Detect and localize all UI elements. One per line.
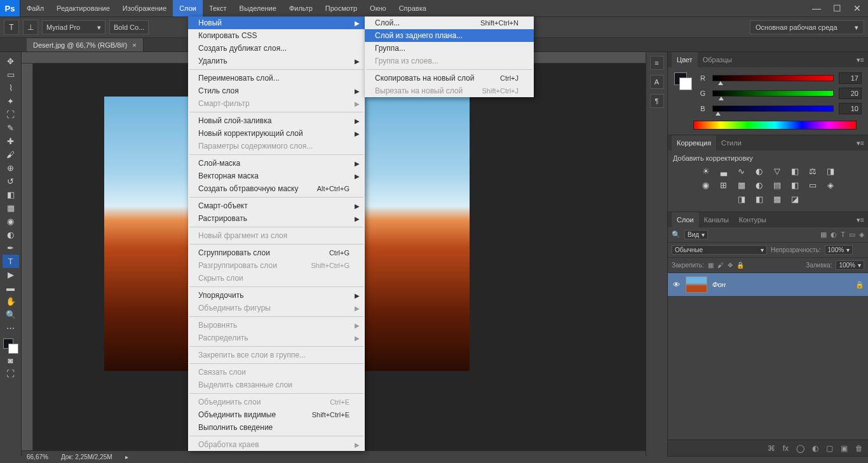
- menu-item[interactable]: Переименовать слой...: [188, 72, 365, 84]
- posterize-icon[interactable]: ▤: [771, 180, 783, 190]
- menu-item[interactable]: Группа...: [365, 42, 534, 55]
- layer-thumbnail[interactable]: [686, 276, 707, 293]
- menu-слои[interactable]: Слои: [173, 0, 203, 17]
- history-panel-icon[interactable]: ≡: [650, 56, 664, 70]
- eyedropper-tool[interactable]: ✎: [3, 121, 19, 135]
- tool-preset-icon[interactable]: T: [4, 20, 19, 35]
- layer-item[interactable]: 👁 Фон 🔒: [668, 273, 868, 296]
- filter-type-icon[interactable]: T: [841, 231, 845, 239]
- menu-item[interactable]: Выполнить сведение: [188, 421, 365, 434]
- menu-файл[interactable]: Файл: [20, 0, 50, 17]
- visibility-icon[interactable]: 👁: [672, 281, 681, 288]
- invert-icon[interactable]: ◐: [754, 180, 765, 190]
- menu-текст[interactable]: Текст: [203, 0, 233, 17]
- gradient-tool[interactable]: ▦: [3, 201, 19, 215]
- character-panel-icon[interactable]: A: [650, 75, 664, 89]
- menu-item[interactable]: Удалить▶: [188, 55, 365, 67]
- color-swatches[interactable]: [3, 339, 18, 354]
- menu-item[interactable]: Векторная маска▶: [188, 170, 365, 182]
- opacity-input[interactable]: 100%▾: [825, 245, 853, 255]
- tab-layers[interactable]: Слои: [672, 212, 699, 227]
- menu-справка[interactable]: Справка: [393, 0, 433, 17]
- new-layer-icon[interactable]: ▣: [841, 444, 848, 453]
- healing-tool[interactable]: ✚: [3, 135, 19, 148]
- bw-icon[interactable]: ◨: [825, 166, 836, 176]
- type-tool[interactable]: T: [3, 255, 19, 268]
- menu-item[interactable]: Новый слой-заливка▶: [188, 114, 365, 127]
- tab-channels[interactable]: Каналы: [699, 212, 734, 227]
- menu-item[interactable]: Новый корректирующий слой▶: [188, 127, 365, 140]
- filter-shape-icon[interactable]: ▭: [849, 231, 855, 239]
- move-tool[interactable]: ✥: [3, 55, 19, 68]
- b-slider[interactable]: [712, 105, 834, 112]
- delete-layer-icon[interactable]: 🗑: [855, 444, 863, 453]
- lock-transparent-icon[interactable]: ▦: [708, 262, 714, 269]
- close-button[interactable]: ✕: [850, 3, 864, 14]
- minimize-button[interactable]: —: [810, 3, 824, 14]
- blend-mode-select[interactable]: Обычные▾: [672, 245, 767, 255]
- menu-выделение[interactable]: Выделение: [233, 0, 283, 17]
- threshold-icon[interactable]: ◧: [789, 180, 801, 190]
- menu-изображение[interactable]: Изображение: [116, 0, 173, 17]
- crop-tool[interactable]: ⛶: [3, 108, 19, 121]
- brightness-icon[interactable]: ☀: [700, 166, 712, 176]
- menu-фильтр[interactable]: Фильтр: [283, 0, 319, 17]
- layer-fx-icon[interactable]: fx: [783, 444, 789, 453]
- tab-paths[interactable]: Контуры: [734, 212, 771, 227]
- font-family-select[interactable]: Myriad Pro▾: [42, 20, 105, 34]
- layer-filter-select[interactable]: Вид▾: [684, 230, 708, 239]
- layer-name[interactable]: Фон: [712, 281, 726, 288]
- edit-toolbar[interactable]: ⋯: [3, 321, 19, 335]
- menu-item[interactable]: Новый▶: [188, 17, 365, 29]
- adjustment-layer-icon[interactable]: ◐: [812, 444, 818, 453]
- adj-row3-1[interactable]: ◨: [736, 194, 747, 204]
- tab-adjustments[interactable]: Коррекция: [672, 135, 716, 151]
- rectangle-tool[interactable]: ▬: [3, 281, 19, 295]
- vibrance-icon[interactable]: ▽: [771, 166, 783, 176]
- menu-item[interactable]: Создать дубликат слоя...: [188, 42, 365, 55]
- lasso-tool[interactable]: ⌇: [3, 81, 19, 95]
- menu-item[interactable]: Растрировать▶: [188, 212, 365, 225]
- gradient-map-icon[interactable]: ▭: [807, 180, 818, 190]
- levels-icon[interactable]: ▃: [718, 166, 729, 176]
- panel-menu-icon[interactable]: ▾≡: [853, 139, 868, 147]
- brush-tool[interactable]: 🖌: [3, 148, 19, 161]
- doc-size[interactable]: Док: 2,25M/2,25M: [61, 453, 112, 460]
- pen-tool[interactable]: ✒: [3, 241, 19, 255]
- tab-styles[interactable]: Стили: [716, 135, 747, 151]
- menu-item[interactable]: Слой-маска▶: [188, 157, 365, 170]
- quick-mask-tool[interactable]: ◙: [3, 354, 19, 367]
- filter-adjust-icon[interactable]: ◐: [831, 231, 837, 239]
- menu-item[interactable]: Скопировать на новый слойCtrl+J: [365, 72, 534, 84]
- orientation-icon[interactable]: ⊥: [23, 20, 38, 35]
- adj-row3-4[interactable]: ◪: [789, 194, 801, 204]
- photo-filter-icon[interactable]: ◉: [700, 180, 712, 190]
- lock-pixels-icon[interactable]: 🖌: [717, 262, 724, 269]
- eraser-tool[interactable]: ◧: [3, 188, 19, 201]
- zoom-value[interactable]: 66,67%: [27, 453, 48, 460]
- menu-item[interactable]: Смарт-объект▶: [188, 199, 365, 212]
- document-tab[interactable]: Desert.jpg @ 66,7% (RGB/8#)×: [27, 38, 144, 51]
- menu-редактирование[interactable]: Редактирование: [50, 0, 116, 17]
- curves-icon[interactable]: ∿: [736, 166, 747, 176]
- search-icon[interactable]: 🔍: [672, 231, 681, 239]
- menu-item[interactable]: Слой из заднего плана...: [365, 29, 534, 42]
- fill-input[interactable]: 100%▾: [836, 260, 864, 270]
- menu-item[interactable]: Сгруппировать слоиCtrl+G: [188, 246, 365, 259]
- status-arrow-icon[interactable]: ▸: [125, 453, 128, 460]
- mask-icon[interactable]: ◯: [796, 444, 804, 453]
- hue-icon[interactable]: ◧: [789, 166, 801, 176]
- close-tab-icon[interactable]: ×: [132, 41, 136, 49]
- menu-item[interactable]: Слой...Shift+Ctrl+N: [365, 17, 534, 29]
- hue-strip[interactable]: [693, 121, 857, 130]
- maximize-button[interactable]: ☐: [830, 3, 844, 14]
- hand-tool[interactable]: ✋: [3, 295, 19, 308]
- history-brush-tool[interactable]: ↺: [3, 175, 19, 188]
- panel-menu-icon[interactable]: ▾≡: [853, 216, 868, 224]
- color-lookup-icon[interactable]: ▦: [736, 180, 747, 190]
- group-icon[interactable]: ▢: [826, 444, 833, 453]
- panel-swatches[interactable]: [674, 72, 692, 90]
- g-slider[interactable]: [712, 90, 834, 97]
- filter-pixel-icon[interactable]: ▦: [820, 231, 827, 239]
- selective-color-icon[interactable]: ◈: [825, 180, 836, 190]
